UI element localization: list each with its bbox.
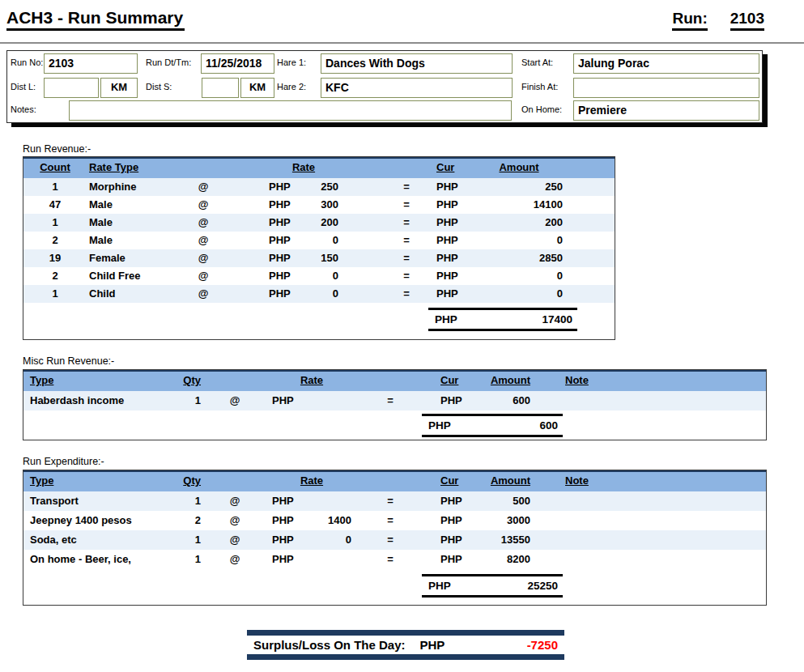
cell-note bbox=[565, 391, 766, 410]
misc-revenue-section-label: Misc Run Revenue:- bbox=[23, 355, 114, 367]
cell-cur: PHP bbox=[436, 232, 475, 249]
cell-rate: 150 bbox=[303, 249, 338, 267]
cell-cur: PHP bbox=[436, 267, 475, 285]
at-symbol: @ bbox=[219, 391, 251, 410]
expenditure-row: Transport 1 @ PHP = PHP 500 bbox=[23, 491, 766, 511]
cell-cur: PHP bbox=[440, 511, 479, 530]
cell-amount: 250 bbox=[475, 178, 563, 196]
col-header-cur: Cur bbox=[440, 372, 479, 391]
dist-s-label: Dist S: bbox=[146, 82, 172, 91]
run-number-header: Run: 2103 bbox=[672, 10, 764, 31]
on-home-field[interactable]: Premiere bbox=[573, 100, 759, 121]
col-header-qty: Qty bbox=[161, 372, 201, 391]
cell-amount: 200 bbox=[475, 214, 563, 232]
run-dttm-field[interactable]: 11/25/2018 bbox=[201, 53, 274, 74]
total-cur: PHP bbox=[435, 313, 457, 325]
revenue-row: 19 Female @ PHP 150 = PHP 2850 bbox=[23, 249, 615, 267]
cell-qty: 2 bbox=[161, 511, 201, 530]
cell-type: Jeepney 1400 pesos bbox=[23, 511, 161, 530]
revenue-header-row: Count Rate Type Rate Cur Amount bbox=[23, 157, 615, 178]
cell-amount: 600 bbox=[479, 391, 530, 410]
start-at-label: Start At: bbox=[521, 57, 553, 67]
cell-rate-cur: PHP bbox=[269, 232, 303, 249]
run-info-panel: Run No: 2103 Run Dt/Tm: 11/25/2018 Hare … bbox=[6, 50, 763, 123]
cell-cur: PHP bbox=[440, 491, 479, 511]
equals-symbol: = bbox=[390, 214, 423, 232]
revenue-row: 47 Male @ PHP 300 = PHP 14100 bbox=[23, 196, 615, 214]
equals-symbol: = bbox=[390, 178, 423, 196]
cell-rate: 300 bbox=[303, 196, 338, 214]
hare2-label: Hare 2: bbox=[277, 82, 306, 91]
revenue-table: Count Rate Type Rate Cur Amount 1 Morphi… bbox=[23, 156, 615, 340]
dist-l-unit: KM bbox=[100, 78, 138, 98]
expenditure-header-row: Type Qty Rate Cur Amount Note bbox=[23, 470, 766, 491]
dist-l-field[interactable] bbox=[44, 78, 99, 98]
dist-s-field[interactable] bbox=[202, 78, 239, 98]
surplus-label: Surplus/Loss On The Day: bbox=[253, 638, 406, 652]
cell-rate-cur: PHP bbox=[272, 391, 306, 410]
total-cur: PHP bbox=[428, 580, 451, 592]
total-amount: 17400 bbox=[542, 313, 572, 325]
total-amount: 600 bbox=[539, 419, 558, 432]
cell-count: 1 bbox=[30, 178, 80, 196]
notes-field[interactable] bbox=[69, 100, 512, 121]
revenue-row: 1 Male @ PHP 200 = PHP 200 bbox=[23, 214, 615, 232]
cell-cur: PHP bbox=[436, 214, 475, 232]
cell-rate-type: Male bbox=[89, 196, 190, 214]
equals-symbol: = bbox=[374, 550, 406, 569]
cell-cur: PHP bbox=[436, 249, 475, 267]
equals-symbol: = bbox=[390, 196, 423, 214]
col-header-cur: Cur bbox=[440, 472, 479, 491]
hare2-field[interactable]: KFC bbox=[321, 78, 513, 98]
page-title: ACH3 - Run Summary bbox=[6, 8, 185, 31]
cell-rate: 0 bbox=[303, 285, 338, 303]
at-symbol: @ bbox=[219, 550, 251, 569]
cell-type: Soda, etc bbox=[23, 530, 161, 550]
on-home-label: On Home: bbox=[521, 104, 562, 114]
revenue-section-label: Run Revenue:- bbox=[23, 143, 91, 155]
start-at-field[interactable]: Jalung Porac bbox=[573, 53, 759, 74]
run-number: 2103 bbox=[730, 10, 764, 31]
revenue-total: PHP 17400 bbox=[428, 308, 577, 331]
expenditure-row: Soda, etc 1 @ PHP 0 = PHP 13550 bbox=[23, 530, 766, 550]
at-symbol: @ bbox=[219, 491, 251, 511]
cell-rate-cur: PHP bbox=[269, 285, 303, 303]
cell-rate-cur: PHP bbox=[269, 196, 303, 214]
misc-revenue-table: Type Qty Rate Cur Amount Note Haberdash … bbox=[23, 369, 767, 440]
cell-rate-cur: PHP bbox=[269, 267, 303, 285]
surplus-currency: PHP bbox=[420, 638, 445, 652]
equals-symbol: = bbox=[374, 530, 406, 550]
col-header-note: Note bbox=[565, 472, 766, 491]
cell-rate-cur: PHP bbox=[269, 178, 303, 196]
cell-type: On home - Beer, ice, bbox=[23, 550, 161, 569]
run-no-field[interactable]: 2103 bbox=[44, 53, 138, 74]
equals-symbol: = bbox=[374, 511, 406, 530]
hare1-field[interactable]: Dances With Dogs bbox=[321, 53, 513, 74]
total-amount: 25250 bbox=[527, 580, 558, 592]
cell-amount: 14100 bbox=[475, 196, 563, 214]
cell-note bbox=[565, 550, 766, 569]
finish-at-field[interactable] bbox=[573, 78, 759, 98]
dist-l-label: Dist L: bbox=[11, 82, 36, 91]
expenditure-total: PHP 25250 bbox=[422, 574, 563, 598]
col-header-amount: Amount bbox=[479, 472, 530, 491]
cell-qty: 1 bbox=[161, 550, 201, 569]
surplus-amount: -7250 bbox=[527, 638, 558, 652]
col-header-amount: Amount bbox=[479, 372, 530, 391]
cell-type: Haberdash income bbox=[23, 391, 161, 410]
expenditure-row: Jeepney 1400 pesos 2 @ PHP 1400 = PHP 30… bbox=[23, 511, 766, 530]
cell-amount: 8200 bbox=[479, 550, 530, 569]
cell-rate bbox=[306, 491, 351, 511]
at-symbol: @ bbox=[190, 249, 216, 267]
equals-symbol: = bbox=[390, 249, 423, 267]
expenditure-table: Type Qty Rate Cur Amount Note Transport … bbox=[23, 470, 767, 606]
cell-note bbox=[565, 530, 766, 550]
equals-symbol: = bbox=[390, 232, 423, 249]
run-label: Run: bbox=[672, 10, 707, 31]
cell-count: 1 bbox=[30, 285, 80, 303]
total-cur: PHP bbox=[428, 419, 451, 432]
cell-amount: 2850 bbox=[475, 249, 563, 267]
finish-at-label: Finish At: bbox=[521, 82, 558, 91]
cell-qty: 1 bbox=[161, 391, 201, 410]
cell-cur: PHP bbox=[440, 550, 479, 569]
